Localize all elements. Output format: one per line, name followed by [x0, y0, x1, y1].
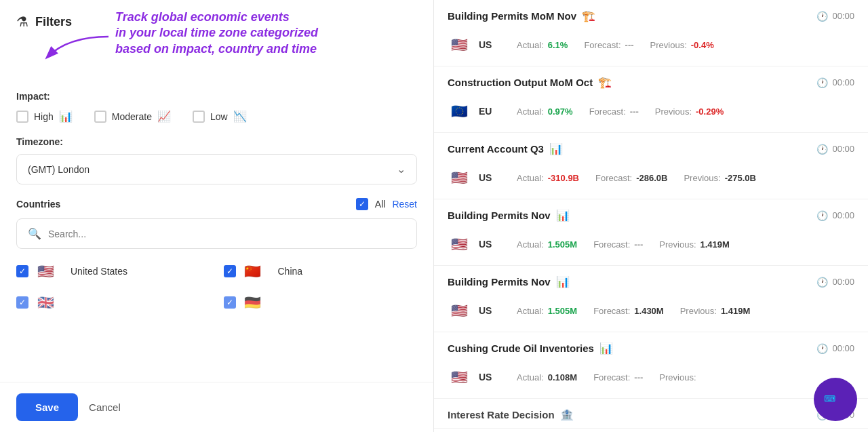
impact-option-moderate[interactable]: Moderate 📈: [94, 110, 171, 123]
actual-label-4: Actual:: [517, 239, 544, 250]
filters-title: Filters: [35, 15, 72, 29]
actual-label-3: Actual:: [517, 173, 544, 183]
low-checkbox[interactable]: [193, 111, 205, 123]
event-time-6: 🕐 00:00: [816, 343, 854, 354]
previous-value-2: -0.29%: [696, 106, 724, 117]
reset-button[interactable]: Reset: [392, 199, 417, 210]
left-panel: ⚗ Filters Track global economic eventsin…: [0, 0, 434, 432]
moderate-icon: 📈: [157, 110, 171, 123]
event-flag-3: 📊: [549, 142, 563, 155]
event-title-row-3: Current Account Q3 📊: [448, 142, 563, 155]
event-flag-4: 📊: [556, 209, 570, 222]
event-header-3: Current Account Q3 📊 🕐 00:00: [434, 133, 868, 162]
country-code-4: US: [479, 239, 503, 250]
country-code-5: US: [479, 305, 503, 316]
countries-controls: All Reset: [356, 198, 417, 210]
forecast-field-4: Forecast: ---: [593, 239, 643, 250]
actual-field-4: Actual: 1.505M: [517, 239, 577, 250]
timezone-value: (GMT) London: [28, 164, 90, 175]
previous-value-5: 1.419M: [721, 306, 750, 316]
event-time-1: 🕐 00:00: [816, 11, 854, 22]
all-checkbox[interactable]: [356, 198, 368, 210]
chevron-down-icon: ⌄: [397, 163, 406, 176]
previous-field-2: Previous: -0.29%: [655, 106, 724, 117]
event-flag-5: 📊: [556, 275, 570, 288]
cn-checkbox[interactable]: [224, 265, 236, 277]
event-title-row-2: Construction Output MoM Oct 🏗️: [448, 76, 612, 89]
time-value-5: 00:00: [832, 277, 854, 287]
forecast-label-5: Forecast:: [593, 306, 630, 316]
high-checkbox[interactable]: [16, 111, 28, 123]
high-label: High: [34, 111, 54, 122]
event-header-1: Building Permits MoM Nov 🏗️ 🕐 00:00: [434, 0, 868, 29]
logo-watermark: ⌨: [814, 378, 857, 421]
event-header-6: Cushing Crude Oil Inventories 📊 🕐 00:00: [434, 332, 868, 361]
event-flag-6: 📊: [599, 342, 613, 355]
flag-circle-1: 🇺🇸: [448, 33, 471, 56]
time-value-6: 00:00: [832, 343, 854, 353]
event-flag-1: 🏗️: [582, 9, 595, 22]
previous-value-3: -275.0B: [725, 173, 756, 183]
event-time-2: 🕐 00:00: [816, 77, 854, 88]
forecast-field-3: Forecast: -286.0B: [595, 173, 667, 183]
forecast-value-1: ---: [625, 40, 634, 50]
actual-label-5: Actual:: [517, 306, 544, 316]
previous-label-1: Previous:: [650, 40, 687, 50]
forecast-field-5: Forecast: 1.430M: [593, 306, 664, 316]
country-code-2: EU: [479, 106, 503, 117]
country-item-cn[interactable]: 🇨🇳 China: [224, 260, 418, 283]
forecast-field-2: Forecast: ---: [589, 106, 639, 117]
time-value-4: 00:00: [832, 210, 854, 220]
event-title-1: Building Permits MoM Nov: [448, 10, 576, 22]
event-title-row-4: Building Permits Nov 📊: [448, 209, 570, 222]
impact-options: High 📊 Moderate 📈 Low 📉: [16, 110, 417, 123]
partial1-checkbox[interactable]: [16, 296, 28, 309]
us-checkbox[interactable]: [16, 265, 28, 277]
impact-label: Impact:: [16, 91, 417, 102]
search-input[interactable]: [48, 229, 406, 239]
event-group-6: Cushing Crude Oil Inventories 📊 🕐 00:00 …: [434, 332, 868, 399]
event-title-row-1: Building Permits MoM Nov 🏗️: [448, 9, 595, 22]
flag-circle-5: 🇺🇸: [448, 299, 471, 322]
event-flag-7: 🏦: [560, 408, 574, 421]
cn-name: China: [278, 266, 303, 277]
event-data-row-4: 🇺🇸 US Actual: 1.505M Forecast: --- Previ…: [434, 229, 868, 265]
moderate-checkbox[interactable]: [94, 111, 106, 123]
event-header-2: Construction Output MoM Oct 🏗️ 🕐 00:00: [434, 66, 868, 96]
timezone-select[interactable]: (GMT) London ⌄: [16, 154, 417, 184]
flag-circle-6: 🇺🇸: [448, 366, 471, 389]
previous-label-4: Previous:: [659, 239, 696, 250]
actual-field-5: Actual: 1.505M: [517, 306, 577, 316]
save-button[interactable]: Save: [16, 393, 78, 421]
filter-icon: ⚗: [16, 14, 28, 30]
event-time-4: 🕐 00:00: [816, 210, 854, 221]
event-data-row-3: 🇺🇸 US Actual: -310.9B Forecast: -286.0B …: [434, 162, 868, 199]
impact-option-high[interactable]: High 📊: [16, 110, 73, 123]
event-group-2: Construction Output MoM Oct 🏗️ 🕐 00:00 🇪…: [434, 66, 868, 133]
country-item-partial-2[interactable]: 🇩🇪: [224, 291, 418, 314]
previous-label-5: Previous:: [680, 306, 717, 316]
search-box: 🔍: [16, 218, 417, 249]
event-data-row-2: 🇪🇺 EU Actual: 0.97% Forecast: --- Previo…: [434, 96, 868, 132]
event-time-3: 🕐 00:00: [816, 144, 854, 155]
event-title-7: Interest Rate Decision: [448, 409, 555, 420]
country-item-us[interactable]: 🇺🇸 United States: [16, 260, 210, 283]
time-value-1: 00:00: [832, 11, 854, 21]
actual-value-5: 1.505M: [548, 306, 577, 316]
country-item-partial-1[interactable]: 🇬🇧: [16, 291, 210, 314]
impact-option-low[interactable]: Low 📉: [193, 110, 247, 123]
actual-label-2: Actual:: [517, 106, 544, 117]
event-time-5: 🕐 00:00: [816, 277, 854, 288]
countries-header: Countries All Reset: [16, 198, 417, 210]
actual-field-2: Actual: 0.97%: [517, 106, 573, 117]
event-group-1: Building Permits MoM Nov 🏗️ 🕐 00:00 🇺🇸 U…: [434, 0, 868, 66]
event-title-3: Current Account Q3: [448, 143, 544, 155]
actual-label-6: Actual:: [517, 372, 544, 382]
event-title-4: Building Permits Nov: [448, 210, 551, 221]
partial2-checkbox[interactable]: [224, 296, 236, 309]
forecast-field-1: Forecast: ---: [584, 40, 633, 50]
event-flag-2: 🏗️: [598, 76, 612, 89]
previous-value-1: -0.4%: [691, 40, 714, 50]
event-title-row-7: Interest Rate Decision 🏦: [448, 408, 574, 421]
cancel-button[interactable]: Cancel: [89, 401, 121, 413]
